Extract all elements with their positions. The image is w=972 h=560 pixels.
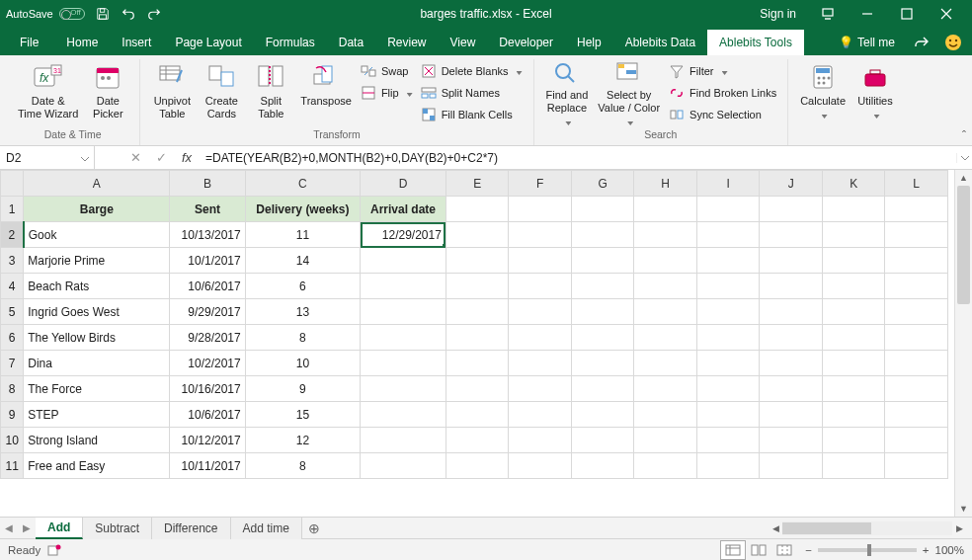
cell[interactable] — [571, 274, 634, 299]
cell[interactable] — [361, 428, 446, 453]
col-header-c[interactable]: C — [245, 171, 360, 197]
cell[interactable] — [885, 248, 948, 274]
cell[interactable] — [509, 351, 572, 376]
cell[interactable]: Barge — [24, 197, 170, 222]
sign-in-button[interactable]: Sign in — [748, 0, 808, 28]
delete-blanks-button[interactable]: Delete Blanks — [418, 61, 526, 81]
cell[interactable] — [822, 248, 885, 274]
cell[interactable] — [509, 453, 572, 479]
cell[interactable] — [571, 402, 634, 428]
utilities-button[interactable]: Utilities — [851, 59, 899, 124]
cell[interactable] — [446, 222, 509, 248]
cell[interactable] — [446, 376, 509, 402]
autosave-switch-icon[interactable] — [59, 8, 85, 20]
cell[interactable]: 10/1/2017 — [170, 248, 245, 274]
cell[interactable] — [571, 197, 634, 222]
cell[interactable] — [509, 428, 572, 453]
feedback-smile-icon[interactable] — [942, 32, 964, 53]
row-header[interactable]: 7 — [1, 351, 24, 376]
cell[interactable] — [634, 222, 697, 248]
ribbon-options-icon[interactable] — [808, 0, 848, 28]
cell[interactable]: 10/6/2017 — [170, 274, 245, 299]
cell[interactable]: 13 — [245, 299, 360, 325]
cell[interactable]: 9 — [245, 376, 360, 402]
cell[interactable] — [571, 453, 634, 479]
cell[interactable] — [822, 222, 885, 248]
row-header[interactable]: 8 — [1, 376, 24, 402]
date-picker-button[interactable]: DatePicker — [84, 59, 131, 124]
zoom-in-icon[interactable]: + — [923, 544, 930, 556]
row-header[interactable]: 11 — [1, 453, 24, 479]
date-time-wizard-button[interactable]: fx31 Date &Time Wizard — [14, 59, 82, 124]
cell[interactable] — [634, 248, 697, 274]
tab-insert[interactable]: Insert — [110, 30, 163, 55]
cell[interactable] — [509, 248, 572, 274]
fill-blank-cells-button[interactable]: Fill Blank Cells — [418, 105, 526, 124]
unpivot-table-button[interactable]: UnpivotTable — [148, 59, 196, 124]
col-header-j[interactable]: J — [760, 171, 823, 197]
cell[interactable]: 8 — [245, 325, 360, 351]
cell[interactable] — [509, 197, 572, 222]
view-page-break-icon[interactable] — [771, 540, 797, 560]
cell[interactable] — [361, 299, 446, 325]
cell[interactable] — [760, 351, 823, 376]
cell[interactable] — [634, 428, 697, 453]
sheet-tab-add-time[interactable]: Add time — [231, 518, 302, 539]
scroll-down-icon[interactable]: ▼ — [955, 501, 972, 517]
cell[interactable] — [634, 274, 697, 299]
cell[interactable] — [571, 325, 634, 351]
formula-input[interactable]: =DATE(YEAR(B2)+0,MONTH(B2)+0,DAY(B2)+0+C… — [200, 151, 956, 165]
cell[interactable]: 11 — [245, 222, 360, 248]
row-header[interactable]: 3 — [1, 248, 24, 274]
cell[interactable] — [822, 197, 885, 222]
find-replace-button[interactable]: Find andReplace — [542, 59, 593, 124]
cell[interactable] — [446, 325, 509, 351]
cell[interactable] — [885, 428, 948, 453]
collapse-ribbon-icon[interactable]: ˆ — [962, 129, 966, 143]
cell[interactable] — [571, 351, 634, 376]
cell[interactable] — [634, 402, 697, 428]
cell[interactable] — [509, 222, 572, 248]
cell[interactable]: Beach Rats — [24, 274, 170, 299]
select-by-value-color-button[interactable]: Select byValue / Color — [594, 59, 664, 124]
cell[interactable] — [571, 299, 634, 325]
cell[interactable] — [446, 453, 509, 479]
tell-me-button[interactable]: 💡 Tell me — [833, 30, 901, 55]
cell[interactable]: 14 — [245, 248, 360, 274]
cell[interactable]: Strong Island — [24, 428, 170, 453]
col-header-b[interactable]: B — [170, 171, 245, 197]
col-header-h[interactable]: H — [634, 171, 697, 197]
tab-view[interactable]: View — [439, 30, 488, 55]
split-table-button[interactable]: SplitTable — [247, 59, 294, 124]
cell[interactable]: 9/29/2017 — [170, 299, 245, 325]
close-icon[interactable] — [927, 0, 966, 28]
col-header-a[interactable]: A — [24, 171, 170, 197]
calculate-button[interactable]: Calculate — [796, 59, 850, 124]
scroll-thumb[interactable] — [957, 186, 970, 304]
cell[interactable] — [571, 428, 634, 453]
find-broken-links-button[interactable]: Find Broken Links — [666, 83, 779, 103]
cell[interactable] — [822, 376, 885, 402]
cell[interactable]: 12 — [245, 428, 360, 453]
cell[interactable]: Delivery (weeks) — [245, 197, 360, 222]
row-header[interactable]: 2 — [1, 222, 24, 248]
cell[interactable] — [446, 248, 509, 274]
view-page-layout-icon[interactable] — [746, 540, 771, 560]
cell[interactable] — [509, 325, 572, 351]
zoom-slider[interactable] — [818, 548, 917, 552]
cell[interactable] — [760, 274, 823, 299]
cell[interactable] — [696, 248, 760, 274]
cell[interactable]: Marjorie Prime — [24, 248, 170, 274]
swap-button[interactable]: Swap — [358, 61, 416, 81]
cell[interactable] — [885, 376, 948, 402]
cell[interactable] — [634, 376, 697, 402]
row-header[interactable]: 5 — [1, 299, 24, 325]
cell[interactable] — [885, 274, 948, 299]
cell[interactable]: 10/12/2017 — [170, 428, 245, 453]
cell[interactable]: 10/13/2017 — [170, 222, 245, 248]
cell[interactable] — [509, 299, 572, 325]
cell[interactable]: 9/28/2017 — [170, 325, 245, 351]
col-header-e[interactable]: E — [446, 171, 509, 197]
cell[interactable] — [885, 402, 948, 428]
cell[interactable] — [446, 274, 509, 299]
